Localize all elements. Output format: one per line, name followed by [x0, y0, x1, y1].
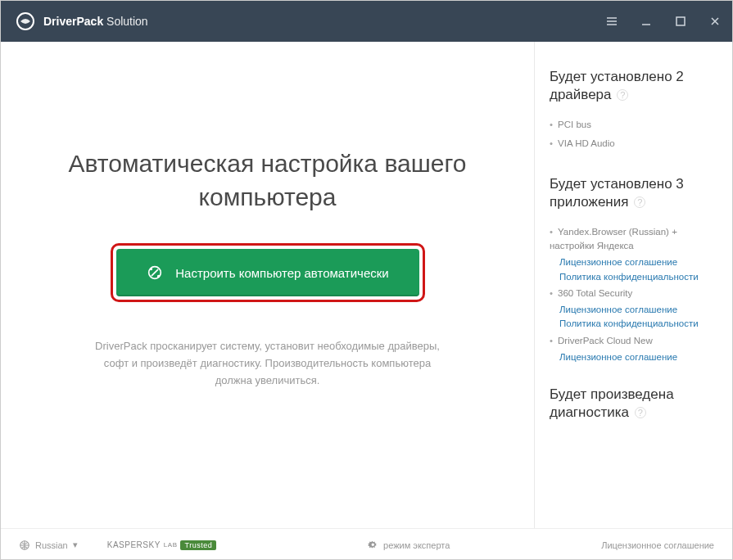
content: Автоматическая настройка вашего компьюте… — [1, 42, 732, 528]
titlebar-controls — [595, 1, 732, 42]
magic-wand-icon — [146, 264, 164, 282]
diag-section-title: Будет произведена диагностика ? — [550, 386, 717, 422]
drivers-section-title: Будет установлено 2 драйвера ? — [550, 68, 717, 104]
main-description: DriverPack просканирует систему, установ… — [88, 338, 448, 389]
expert-mode-toggle[interactable]: режим эксперта — [368, 540, 450, 550]
sidebar: Будет установлено 2 драйвера ? PCI bus V… — [534, 42, 732, 528]
gear-icon — [368, 540, 378, 550]
license-link[interactable]: Лицензионное соглашение — [550, 303, 717, 317]
footer-left: Russian ▾ KASPERSKYLAB Trusted — [19, 540, 216, 551]
list-item: DriverPack Cloud New Лицензионное соглаш… — [550, 332, 717, 365]
kaspersky-badge: KASPERSKYLAB Trusted — [107, 540, 216, 550]
footer-license-link[interactable]: Лицензионное соглашение — [601, 540, 714, 550]
setup-button-highlight: Настроить компьютер автоматически — [111, 243, 425, 302]
list-item: 360 Total Security Лицензионное соглашен… — [550, 284, 717, 332]
svg-point-3 — [151, 269, 152, 270]
apps-list: Yandex.Browser (Russian) + настройки Янд… — [550, 223, 717, 364]
list-item: Yandex.Browser (Russian) + настройки Янд… — [550, 223, 717, 284]
list-item: PCI bus — [550, 115, 717, 134]
language-label: Russian — [35, 540, 68, 550]
privacy-link[interactable]: Политика конфиденциальности — [550, 270, 717, 284]
menu-button[interactable] — [595, 1, 629, 42]
license-link[interactable]: Лицензионное соглашение — [550, 255, 717, 269]
help-icon[interactable]: ? — [634, 196, 645, 208]
setup-button-label: Настроить компьютер автоматически — [175, 266, 388, 280]
drivers-list: PCI bus VIA HD Audio — [550, 115, 717, 154]
globe-icon — [19, 540, 30, 551]
minimize-button[interactable] — [629, 1, 663, 42]
app-logo-icon — [16, 11, 35, 31]
titlebar: DriverPack Solution — [1, 1, 732, 42]
privacy-link[interactable]: Политика конфиденциальности — [550, 317, 717, 331]
main-panel: Автоматическая настройка вашего компьюте… — [1, 42, 534, 528]
app-title: DriverPack Solution — [43, 15, 148, 28]
help-icon[interactable]: ? — [635, 407, 646, 418]
expert-mode-label: режим эксперта — [383, 540, 450, 550]
apps-section-title: Будет установлено 3 приложения ? — [550, 175, 717, 211]
setup-auto-button[interactable]: Настроить компьютер автоматически — [116, 249, 419, 296]
trusted-badge: Trusted — [180, 540, 216, 550]
footer: Russian ▾ KASPERSKYLAB Trusted режим экс… — [1, 528, 732, 560]
titlebar-left: DriverPack Solution — [16, 11, 148, 31]
svg-rect-1 — [676, 17, 685, 25]
chevron-down-icon: ▾ — [73, 540, 78, 550]
close-button[interactable] — [698, 1, 732, 42]
maximize-button[interactable] — [663, 1, 698, 42]
list-item: VIA HD Audio — [550, 134, 717, 153]
main-heading: Автоматическая настройка вашего компьюте… — [34, 147, 501, 214]
svg-point-4 — [158, 276, 160, 278]
help-icon[interactable]: ? — [617, 89, 628, 101]
license-link[interactable]: Лицензионное соглашение — [550, 350, 717, 364]
language-selector[interactable]: Russian ▾ — [19, 540, 78, 551]
